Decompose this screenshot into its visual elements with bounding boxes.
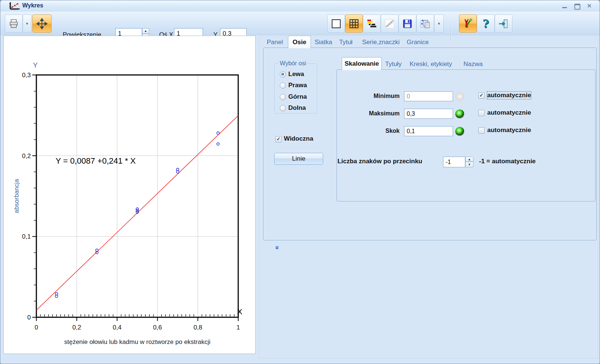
exit-button[interactable] xyxy=(495,14,512,33)
print-icon xyxy=(9,19,19,29)
window-title: Wykres xyxy=(22,2,43,9)
minimum-auto-label[interactable]: automatycznie xyxy=(487,92,531,99)
tab-serie-znaczki[interactable]: Serie,znaczki xyxy=(362,39,400,46)
chevron-down-icon: ▼ xyxy=(437,22,441,26)
radio-gorna-label[interactable]: Górna xyxy=(288,93,307,101)
chart-canvas[interactable]: 00,20,40,60,8100,10,20,3YXabsorbancjastę… xyxy=(4,36,255,354)
minimum-input[interactable] xyxy=(404,91,453,101)
pan-button[interactable] xyxy=(32,14,52,33)
tab-osie[interactable]: Osie xyxy=(288,36,311,48)
copy-dropdown[interactable]: ▼ xyxy=(434,14,444,33)
title-bar: Wykres ✕ xyxy=(0,0,600,12)
app-window: Wykres ✕ ▼ Powiększe xyxy=(0,0,600,364)
decimals-spinner[interactable]: ▲ ▼ xyxy=(465,157,473,167)
skok-auto-label[interactable]: automatycznie xyxy=(487,127,531,134)
exit-icon xyxy=(498,19,509,29)
svg-text:0,2: 0,2 xyxy=(72,324,81,331)
trend-line-icon xyxy=(384,19,395,29)
axis-select-group-label: Wybór osi xyxy=(278,60,308,67)
svg-text:0,8: 0,8 xyxy=(193,324,202,331)
svg-text:stężenie ołowiu lub kadmu w ro: stężenie ołowiu lub kadmu w roztworze po… xyxy=(64,338,210,345)
svg-text:0,6: 0,6 xyxy=(153,324,162,331)
minimum-label: Minimum xyxy=(337,93,400,99)
pan-arrows-icon xyxy=(36,18,48,30)
linie-button[interactable]: Linie xyxy=(274,153,323,165)
decimals-hint: -1 = automatycznie xyxy=(479,158,536,165)
radio-prawa-label[interactable]: Prawa xyxy=(288,82,307,89)
axis-select-group: Wybór osi Lewa Prawa Górna Dolna xyxy=(274,63,317,114)
spin-up-icon[interactable]: ▲ xyxy=(142,28,149,34)
save-button[interactable] xyxy=(399,14,416,33)
svg-text:0,1: 0,1 xyxy=(22,233,31,240)
radio-gorna[interactable] xyxy=(280,94,286,100)
maximize-button[interactable] xyxy=(573,3,581,9)
spin-down-icon[interactable]: ▼ xyxy=(465,162,473,167)
svg-text:1: 1 xyxy=(236,324,240,331)
radio-lewa-label[interactable]: Lewa xyxy=(288,70,304,78)
widoczna-label[interactable]: Widoczna xyxy=(284,135,313,142)
save-icon xyxy=(403,19,412,29)
skok-input[interactable] xyxy=(404,126,453,136)
help-button[interactable]: ? xyxy=(477,14,495,33)
spin-up-icon[interactable]: ▲ xyxy=(465,157,473,162)
close-button[interactable]: ✕ xyxy=(585,3,593,9)
skok-apply-led[interactable] xyxy=(455,127,464,136)
maksimum-auto-checkbox[interactable] xyxy=(478,110,485,116)
subtab-skalowanie[interactable]: Skalowanie xyxy=(342,57,382,70)
subtab-tytuly[interactable]: Tytuły xyxy=(385,60,401,68)
svg-text:0,4: 0,4 xyxy=(113,324,122,331)
maximize-icon xyxy=(574,4,580,10)
main-toolbar: ▼ Powiększenie ▲ ▼ Oś X Y xyxy=(0,12,600,35)
svg-text:0: 0 xyxy=(35,324,38,331)
widoczna-checkbox[interactable] xyxy=(275,136,282,142)
minimize-icon xyxy=(562,7,567,8)
tab-panel[interactable]: Panel xyxy=(267,39,283,46)
maksimum-label: Maksimum xyxy=(337,110,400,117)
decimals-label: Liczba znaków po przecinku xyxy=(333,158,422,165)
skok-label: Skok xyxy=(337,128,400,134)
radio-dolna-label[interactable]: Dolna xyxy=(288,104,306,112)
svg-text:Y = 0,0087 +0,241 * X: Y = 0,0087 +0,241 * X xyxy=(56,156,136,165)
svg-text:X: X xyxy=(237,307,242,316)
chevron-down-icon: ▼ xyxy=(26,22,29,26)
panel-border-button[interactable] xyxy=(327,14,345,33)
skok-auto-checkbox[interactable] xyxy=(478,127,485,134)
skalowanie-content xyxy=(337,69,596,201)
help-icon: ? xyxy=(483,17,489,30)
maksimum-auto-label[interactable]: automatycznie xyxy=(487,109,531,117)
svg-text:0,2: 0,2 xyxy=(22,153,31,160)
copy-button[interactable] xyxy=(416,14,434,33)
svg-text:absorbancja: absorbancja xyxy=(13,179,20,213)
print-options-dropdown[interactable]: ▼ xyxy=(23,14,32,33)
grid-icon xyxy=(349,19,359,29)
tab-siatka[interactable]: Siatka xyxy=(315,39,332,46)
tab-granice[interactable]: Granice xyxy=(407,39,429,46)
tools-button[interactable] xyxy=(459,14,477,33)
radio-prawa[interactable] xyxy=(280,82,286,89)
grid-button[interactable] xyxy=(345,14,363,33)
maksimum-apply-led[interactable] xyxy=(455,109,464,118)
tools-icon xyxy=(462,18,473,29)
minimum-auto-checkbox[interactable] xyxy=(478,92,485,99)
radio-lewa[interactable] xyxy=(280,71,286,78)
copy-icon xyxy=(420,19,430,29)
subtab-kreski-etykiety[interactable]: Kreski, etykiety xyxy=(410,60,452,68)
chart-panel: 00,20,40,60,8100,10,20,3YXabsorbancjastę… xyxy=(3,36,256,354)
app-icon xyxy=(9,2,20,12)
maksimum-input[interactable] xyxy=(404,109,453,119)
tab-tytul[interactable]: Tytuł xyxy=(339,39,353,46)
decimals-input[interactable] xyxy=(443,157,465,167)
minimize-button[interactable] xyxy=(561,3,569,9)
svg-text:0,3: 0,3 xyxy=(22,72,31,79)
print-button[interactable] xyxy=(5,14,23,33)
radio-dolna[interactable] xyxy=(280,105,286,111)
collapse-chevron-icon[interactable]: » xyxy=(273,246,281,249)
subtab-nazwa[interactable]: Nazwa xyxy=(463,60,483,68)
panel-border-icon xyxy=(331,19,341,29)
series-style-button[interactable] xyxy=(363,14,381,33)
trend-line-button[interactable] xyxy=(381,14,399,33)
svg-text:0: 0 xyxy=(27,314,31,321)
series-style-icon xyxy=(367,19,377,29)
svg-text:Y: Y xyxy=(33,61,38,69)
minimum-apply-led[interactable] xyxy=(455,92,464,101)
